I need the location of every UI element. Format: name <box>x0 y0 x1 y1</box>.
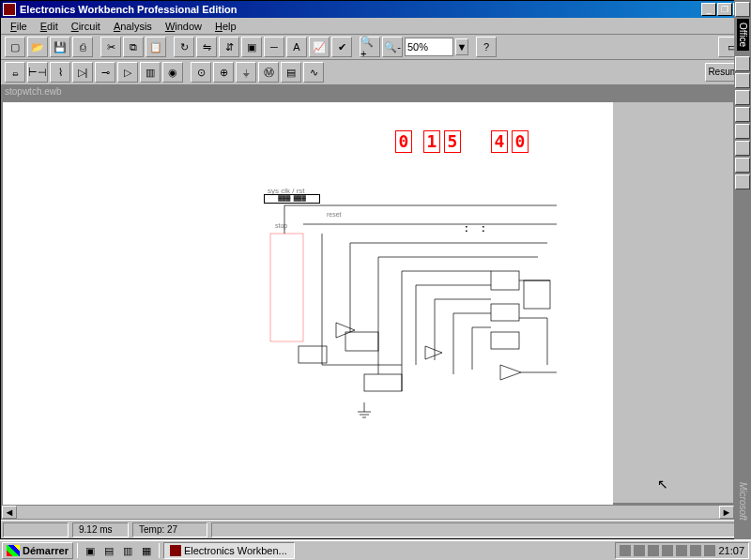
system-tray: 21:07 <box>615 542 749 559</box>
tray-icon[interactable] <box>690 545 701 556</box>
titlebar[interactable]: Electronics Workbench Professional Editi… <box>1 1 750 18</box>
gen-icon[interactable]: ∿ <box>303 62 324 83</box>
office-menu-icon[interactable] <box>735 2 750 17</box>
horizontal-scrollbar[interactable]: ◄ ► <box>1 505 735 520</box>
component-icon[interactable]: ▣ <box>241 37 262 57</box>
zoom-value: 50% <box>407 41 428 53</box>
display-digit-0: 0 <box>395 130 412 153</box>
task-label: Electronics Workben... <box>184 545 287 556</box>
zoom-dropdown-icon[interactable]: ▼ <box>455 38 468 55</box>
inductor-icon[interactable]: ⌇ <box>50 62 70 83</box>
display-digit-3: 4 <box>491 130 508 153</box>
app-title: Electronics Workbench Professional Editi… <box>20 4 701 15</box>
quicklaunch-icon[interactable]: ▥ <box>119 542 136 559</box>
save-icon[interactable]: 💾 <box>50 37 70 57</box>
flip-v-icon[interactable]: ⇵ <box>219 37 239 57</box>
scroll-left-icon[interactable]: ◄ <box>2 506 17 519</box>
menu-circuit[interactable]: Circuit <box>66 20 106 33</box>
quicklaunch-icon[interactable]: ▣ <box>82 542 99 559</box>
scroll-right-icon[interactable]: ► <box>719 506 734 519</box>
tray-icon[interactable] <box>620 545 631 556</box>
menu-file[interactable]: File <box>5 20 33 33</box>
start-button[interactable]: Démarrer <box>2 542 73 559</box>
paste-icon[interactable]: 📋 <box>146 37 166 57</box>
workspace: stopwtch.ewb sys clk / rst ▓▓▓ ▓▓▓ reset… <box>1 85 750 520</box>
statusbar: 9.12 ms Temp: 27 <box>1 520 750 538</box>
led-icon[interactable]: ◉ <box>162 62 183 83</box>
office-app-icon[interactable] <box>735 141 750 156</box>
menu-window[interactable]: Window <box>160 20 207 33</box>
transistor-icon[interactable]: ⊸ <box>95 62 115 83</box>
open-icon[interactable]: 📂 <box>27 37 48 57</box>
microsoft-label: Microsoft <box>738 482 748 521</box>
office-app-icon[interactable] <box>735 174 750 189</box>
svg-rect-1 <box>299 346 327 363</box>
display-digit-4: 0 <box>512 130 529 153</box>
office-app-icon[interactable] <box>735 73 750 88</box>
copy-icon[interactable]: ⧉ <box>123 37 144 57</box>
print-icon[interactable]: ⎙ <box>72 37 93 57</box>
status-time: 9.12 ms <box>72 522 129 537</box>
flip-h-icon[interactable]: ⇋ <box>196 37 217 57</box>
taskbar: Démarrer ▣ ▤ ▥ ▦ Electronics Workben... … <box>0 539 751 560</box>
switch-icon[interactable]: ⊙ <box>191 62 211 83</box>
svg-rect-4 <box>491 271 519 290</box>
svg-rect-5 <box>491 304 519 321</box>
office-app-icon[interactable] <box>735 56 750 71</box>
tray-icon[interactable] <box>704 545 715 556</box>
capacitor-icon[interactable]: ⊢⊣ <box>27 62 48 83</box>
diode-icon[interactable]: ▷| <box>72 62 93 83</box>
ground-icon[interactable]: ⏚ <box>236 62 256 83</box>
canvas-area: sys clk / rst ▓▓▓ ▓▓▓ reset stop 0 1 5 :… <box>3 102 733 503</box>
cut-icon[interactable]: ✂ <box>100 37 121 57</box>
office-app-icon[interactable] <box>735 90 750 105</box>
graph-icon[interactable]: 📈 <box>309 37 330 57</box>
tray-icon[interactable] <box>648 545 659 556</box>
zoom-select[interactable]: 50% <box>405 38 453 56</box>
windows-logo-icon <box>7 545 20 556</box>
status-temp: Temp: 27 <box>132 522 207 537</box>
start-label: Démarrer <box>23 545 69 556</box>
office-app-icon[interactable] <box>735 107 750 122</box>
tray-icon[interactable] <box>676 545 687 556</box>
zoom-out-icon[interactable]: 🔍- <box>382 37 403 57</box>
opamp-icon[interactable]: ▷ <box>117 62 138 83</box>
text-icon[interactable]: A <box>286 37 307 57</box>
office-app-icon[interactable] <box>735 124 750 139</box>
svg-rect-7 <box>524 280 550 309</box>
rotate-icon[interactable]: ↻ <box>174 37 194 57</box>
taskbar-app-button[interactable]: Electronics Workben... <box>163 542 295 559</box>
probe-icon[interactable]: ✔ <box>331 37 352 57</box>
document-title: stopwtch.ewb <box>1 85 750 100</box>
wire-icon[interactable]: ─ <box>264 37 284 57</box>
clock: 21:07 <box>718 545 744 556</box>
display-digit-2: 5 <box>444 130 461 153</box>
ewb-icon <box>170 545 181 556</box>
tray-icon[interactable] <box>662 545 673 556</box>
scope-icon[interactable]: ▤ <box>281 62 301 83</box>
main-toolbar: ▢ 📂 💾 ⎙ ✂ ⧉ 📋 ↻ ⇋ ⇵ ▣ ─ A 📈 ✔ 🔍+ 🔍- 50% … <box>1 35 750 60</box>
new-icon[interactable]: ▢ <box>5 37 25 57</box>
schematic-canvas[interactable]: sys clk / rst ▓▓▓ ▓▓▓ reset stop 0 1 5 :… <box>3 102 613 520</box>
svg-rect-6 <box>491 332 519 349</box>
menubar: File Edit Circuit Analysis Window Help <box>1 18 750 35</box>
office-app-icon[interactable] <box>735 158 750 173</box>
tray-icon[interactable] <box>634 545 645 556</box>
menu-analysis[interactable]: Analysis <box>108 20 158 33</box>
component-toolbar: ⏛ ⊢⊣ ⌇ ▷| ⊸ ▷ ▥ ◉ ⊙ ⊕ ⏚ Ⓜ ▤ ∿ Resume <box>1 60 750 85</box>
zoom-in-icon[interactable]: 🔍+ <box>360 37 380 57</box>
menu-edit[interactable]: Edit <box>35 20 64 33</box>
source-icon[interactable]: ⊕ <box>213 62 234 83</box>
help-icon[interactable]: ? <box>476 37 497 57</box>
display-digit-1: 1 <box>423 130 440 153</box>
meter-icon[interactable]: Ⓜ <box>258 62 279 83</box>
quicklaunch-icon[interactable]: ▦ <box>138 542 155 559</box>
resistor-icon[interactable]: ⏛ <box>5 62 25 83</box>
menu-help[interactable]: Help <box>209 20 242 33</box>
minimize-button[interactable]: _ <box>701 3 716 16</box>
maximize-button[interactable]: ❐ <box>717 3 732 16</box>
quicklaunch-icon[interactable]: ▤ <box>100 542 117 559</box>
app-window: Electronics Workbench Professional Editi… <box>0 0 751 539</box>
ic-icon[interactable]: ▥ <box>140 62 161 83</box>
svg-rect-0 <box>270 234 303 341</box>
